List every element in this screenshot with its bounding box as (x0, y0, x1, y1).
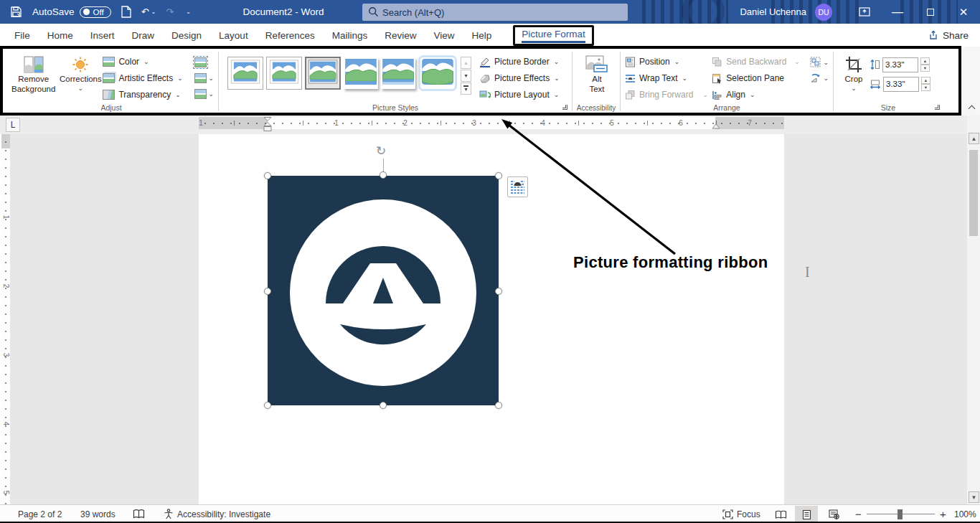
tab-design[interactable]: Design (163, 24, 210, 47)
user-name[interactable]: Daniel Uchenna (740, 6, 806, 17)
color-menu[interactable]: Color⌄ (103, 54, 190, 70)
gallery-scroll-down-button[interactable]: ▾ (461, 70, 471, 82)
position-icon (625, 57, 636, 67)
picture-layout-menu[interactable]: Picture Layout⌄ (479, 87, 567, 103)
resize-handle-s[interactable] (380, 402, 387, 409)
search-input[interactable] (382, 7, 583, 18)
minimize-button[interactable]: — (881, 0, 914, 24)
new-document-icon[interactable] (121, 6, 131, 18)
resize-handle-se[interactable] (495, 402, 502, 409)
transparency-menu[interactable]: Transparency⌄ (103, 87, 190, 103)
picture-styles-gallery (223, 52, 458, 90)
compress-pictures-button[interactable] (194, 55, 214, 69)
picture-style-thumbnail[interactable] (344, 57, 378, 89)
vertical-ruler[interactable]: 1 2 3 4 5 (1, 134, 10, 504)
picture-border-menu[interactable]: Picture Border⌄ (479, 54, 567, 70)
focus-button[interactable]: Focus (722, 505, 760, 523)
horizontal-ruler[interactable]: 1 1 2 3 4 5 6 7 (199, 117, 784, 129)
alt-text-button[interactable]: Alt Text (577, 52, 617, 96)
resize-handle-n[interactable] (380, 171, 387, 179)
tab-mailings[interactable]: Mailings (324, 24, 377, 47)
resize-handle-ne[interactable] (495, 172, 502, 179)
crop-label: Crop (845, 75, 863, 85)
position-menu[interactable]: Position⌄ (625, 54, 712, 70)
picture-style-thumbnail[interactable] (420, 57, 455, 89)
width-spinner[interactable]: ▴▾ (921, 77, 930, 91)
web-layout-button[interactable] (822, 506, 845, 523)
zoom-level[interactable]: 100% (954, 505, 976, 523)
share-button[interactable]: Share (928, 24, 969, 47)
accessibility-checker[interactable]: Accessibility: Investigate (164, 505, 270, 523)
read-mode-button[interactable] (769, 506, 792, 523)
tab-help[interactable]: Help (463, 24, 501, 47)
resize-handle-sw[interactable] (264, 402, 271, 409)
tab-home[interactable]: Home (39, 24, 82, 47)
tab-insert[interactable]: Insert (82, 24, 123, 47)
tab-file[interactable]: File (6, 24, 39, 47)
tab-review[interactable]: Review (376, 24, 425, 47)
close-button[interactable]: ✕ (947, 0, 980, 24)
zoom-slider-thumb[interactable] (897, 509, 903, 519)
reset-picture-menu[interactable]: ⌄ (194, 87, 214, 100)
resize-handle-nw[interactable] (264, 172, 271, 179)
rotate-objects-menu[interactable]: ⌄ (810, 71, 829, 85)
selected-picture[interactable] (268, 176, 499, 405)
undo-button[interactable]: ↶⌄ (141, 6, 156, 17)
height-spinner[interactable]: ▴▾ (920, 57, 930, 72)
scroll-thumb[interactable] (969, 150, 978, 236)
customize-qat-icon[interactable]: ⌄ (186, 9, 191, 15)
scroll-up-button[interactable]: ▲ (969, 133, 979, 144)
ribbon-display-options-icon[interactable] (848, 0, 881, 24)
avatar[interactable]: DU (815, 4, 832, 21)
width-input[interactable] (883, 77, 919, 92)
resize-handle-e[interactable] (495, 288, 502, 295)
zoom-in-button[interactable]: + (940, 505, 946, 523)
share-icon (928, 30, 938, 40)
right-indent-marker[interactable] (712, 123, 720, 129)
word-count[interactable]: 39 words (80, 505, 116, 523)
autosave-toggle[interactable]: AutoSave Off (32, 6, 111, 18)
picture-style-thumbnail[interactable] (266, 57, 302, 90)
picture-style-thumbnail[interactable] (227, 57, 263, 90)
wrap-text-menu[interactable]: Wrap Text⌄ (625, 70, 712, 86)
page-indicator[interactable]: Page 2 of 2 (18, 505, 62, 523)
height-input[interactable] (882, 57, 918, 72)
chevron-down-icon: ⌄ (851, 85, 857, 93)
save-icon[interactable] (10, 6, 22, 18)
tab-view[interactable]: View (425, 24, 463, 47)
corrections-button[interactable]: Corrections ⌄ (58, 52, 103, 94)
group-adjust: Remove Background Corrections ⌄ Color⌄ A… (4, 50, 218, 113)
collapse-ribbon-button[interactable] (969, 105, 975, 111)
remove-background-button[interactable]: Remove Background (9, 52, 58, 96)
restore-button[interactable] (914, 0, 947, 24)
selection-pane-button[interactable]: Selection Pane (712, 70, 809, 86)
tab-layout[interactable]: Layout (210, 24, 257, 47)
zoom-out-button[interactable]: − (855, 505, 862, 523)
proofing-icon[interactable] (133, 505, 145, 523)
group-objects-menu[interactable]: ⌄ (810, 55, 829, 69)
tab-selector[interactable]: L (6, 118, 20, 132)
rotate-handle[interactable]: ↻ (376, 143, 386, 159)
artistic-effects-menu[interactable]: Artistic Effects⌄ (103, 70, 190, 86)
align-menu[interactable]: Align⌄ (712, 87, 809, 103)
scroll-down-button[interactable]: ▼ (969, 491, 979, 503)
resize-handle-w[interactable] (264, 288, 271, 295)
chevron-down-icon[interactable]: ⌄ (151, 9, 156, 15)
tab-picture-format[interactable]: Picture Format (522, 29, 585, 43)
print-layout-button[interactable] (795, 506, 818, 523)
search-bar[interactable] (362, 4, 628, 21)
gallery-scroll-up-button[interactable]: ▴ (461, 57, 471, 69)
picture-style-thumbnail[interactable] (381, 57, 415, 89)
word-window: AutoSave Off ↶⌄ ↷ ⌄ Document2 - Word Dan… (0, 0, 980, 523)
vertical-scrollbar[interactable]: ▲ ▼ (967, 116, 980, 504)
layout-options-button[interactable] (507, 176, 528, 197)
gallery-more-button[interactable]: ▾ (461, 83, 471, 95)
picture-style-thumbnail[interactable] (305, 57, 341, 90)
change-picture-menu[interactable]: ⌄ (194, 71, 214, 85)
crop-button[interactable]: Crop ⌄ (838, 52, 870, 94)
indent-markers[interactable] (263, 117, 272, 134)
picture-effects-menu[interactable]: Picture Effects⌄ (479, 70, 567, 86)
tab-references[interactable]: References (257, 24, 324, 47)
focus-icon (722, 509, 733, 519)
tab-draw[interactable]: Draw (123, 24, 164, 47)
